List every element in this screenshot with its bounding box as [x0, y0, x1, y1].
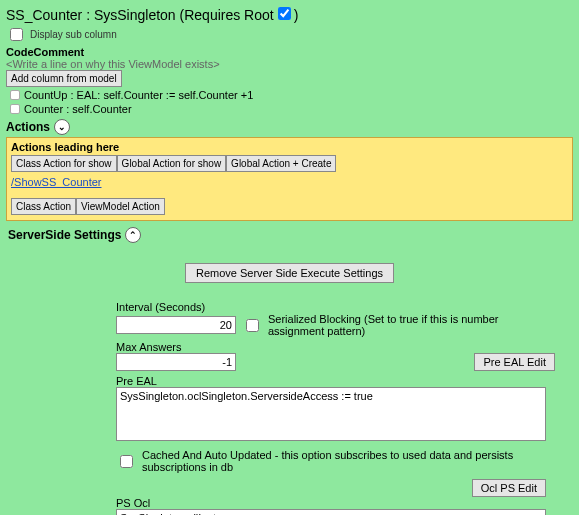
remove-serverside-settings-button[interactable]: Remove Server Side Execute Settings	[185, 263, 394, 283]
header-title-row: SS_Counter : SysSingleton (Requires Root…	[6, 4, 573, 23]
ps-ocl-label: PS Ocl	[116, 497, 555, 509]
add-column-button[interactable]: Add column from model	[6, 70, 122, 87]
interval-row: Serialized Blocking (Set to true if this…	[116, 313, 555, 337]
viewmodel-editor-panel: SS_Counter : SysSingleton (Requires Root…	[0, 0, 579, 515]
serverside-expander[interactable]: ⌃	[125, 227, 141, 243]
member-counter[interactable]: Counter : self.Counter	[10, 103, 573, 115]
viewmodel-action-button[interactable]: ViewModel Action	[76, 198, 165, 215]
actions-bottom-buttons: Class ActionViewModel Action	[11, 198, 568, 215]
remove-settings-row: Remove Server Side Execute Settings	[12, 263, 567, 283]
serverside-header-label: ServerSide Settings	[8, 228, 121, 242]
max-answers-label: Max Answers	[116, 341, 555, 353]
requires-root-checkbox[interactable]	[278, 7, 291, 20]
cached-auto-updated-checkbox[interactable]	[120, 455, 133, 468]
pre-eal-label: Pre EAL	[116, 375, 555, 387]
actions-header: Actions ⌄	[6, 119, 573, 135]
serverside-form: Interval (Seconds) Serialized Blocking (…	[116, 301, 555, 515]
title-suffix: )	[294, 7, 299, 23]
actions-top-buttons: Class Action for showGlobal Action for s…	[11, 155, 568, 172]
cached-row: Cached And Auto Updated - this option su…	[116, 449, 555, 473]
class-action-button[interactable]: Class Action	[11, 198, 76, 215]
display-sub-column-checkbox[interactable]	[10, 28, 23, 41]
actions-leading-label: Actions leading here	[11, 141, 568, 153]
class-action-show-button[interactable]: Class Action for show	[11, 155, 117, 172]
member-countup[interactable]: CountUp : EAL: self.Counter := self.Coun…	[10, 89, 573, 101]
cached-auto-updated-label: Cached And Auto Updated - this option su…	[142, 449, 555, 473]
max-answers-input[interactable]	[116, 353, 236, 371]
display-sub-column-row: Display sub column	[6, 25, 573, 44]
ps-ocl-textarea[interactable]	[116, 509, 546, 515]
member-counter-text: Counter : self.Counter	[24, 103, 132, 115]
show-ss-counter-link[interactable]: /ShowSS_Counter	[11, 176, 102, 188]
code-comment-label: CodeComment	[6, 46, 573, 58]
title-text: SS_Counter : SysSingleton (Requires Root	[6, 7, 274, 23]
serialized-blocking-checkbox[interactable]	[246, 319, 259, 332]
global-action-create-button[interactable]: Global Action + Create	[226, 155, 336, 172]
member-countup-text: CountUp : EAL: self.Counter := self.Coun…	[24, 89, 253, 101]
property-icon	[10, 104, 20, 114]
ocl-ps-btn-row: Ocl PS Edit	[116, 479, 546, 497]
interval-label: Interval (Seconds)	[116, 301, 555, 313]
serverside-body: Remove Server Side Execute Settings Inte…	[6, 245, 573, 515]
display-sub-column-label: Display sub column	[30, 29, 117, 40]
pre-eal-edit-button[interactable]: Pre EAL Edit	[474, 353, 555, 371]
actions-panel: Actions leading here Class Action for sh…	[6, 137, 573, 221]
interval-input[interactable]	[116, 316, 236, 334]
global-action-show-button[interactable]: Global Action for show	[117, 155, 227, 172]
ocl-ps-edit-button[interactable]: Ocl PS Edit	[472, 479, 546, 497]
serialized-blocking-label: Serialized Blocking (Set to true if this…	[268, 313, 555, 337]
method-icon	[10, 90, 20, 100]
pre-eal-textarea[interactable]	[116, 387, 546, 441]
serverside-header: ServerSide Settings ⌃	[8, 227, 573, 243]
code-comment-placeholder[interactable]: <Write a line on why this ViewModel exis…	[6, 58, 573, 70]
actions-expander[interactable]: ⌄	[54, 119, 70, 135]
actions-header-label: Actions	[6, 120, 50, 134]
max-answers-row: Pre EAL Edit	[116, 353, 555, 371]
